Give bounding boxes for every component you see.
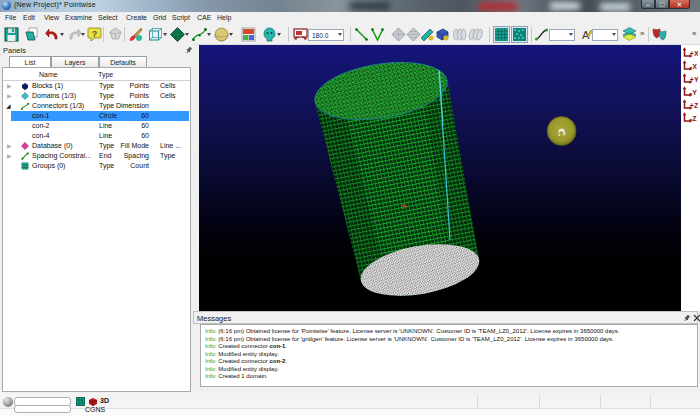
svg-text:-Z: -Z <box>690 115 697 122</box>
svg-text:+Z: +Z <box>690 102 698 109</box>
svg-text:+Y: +Y <box>690 76 698 83</box>
svg-text:-X: -X <box>690 63 697 70</box>
svg-text:-Y: -Y <box>690 89 697 96</box>
svg-text:+X: +X <box>690 50 698 57</box>
svg-text:?: ? <box>92 29 98 39</box>
